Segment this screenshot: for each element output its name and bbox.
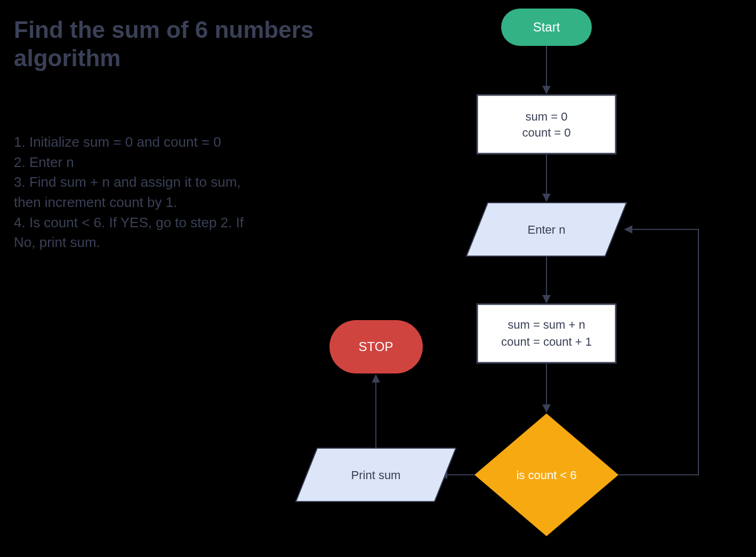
node-start-label: Start (533, 20, 560, 34)
node-update-line1: sum = sum + n (508, 318, 585, 331)
node-stop: STOP (329, 320, 423, 373)
svg-rect-3 (477, 304, 616, 363)
flowchart: Start sum = 0 count = 0 Enter n sum = su… (0, 0, 756, 557)
node-enter-label: Enter n (528, 223, 566, 236)
arrow-decision-yes-loop (618, 229, 698, 475)
node-start: Start (501, 9, 592, 46)
node-stop-label: STOP (359, 339, 393, 354)
node-print-label: Print sum (351, 468, 401, 482)
node-decision: is count < 6 (474, 413, 618, 536)
svg-rect-1 (477, 95, 616, 154)
node-init-line1: sum = 0 (526, 110, 568, 123)
node-decision-label: is count < 6 (516, 468, 576, 482)
node-update-line2: count = count + 1 (501, 335, 592, 348)
node-init: sum = 0 count = 0 (477, 95, 616, 154)
node-enter: Enter n (467, 203, 626, 256)
node-init-line2: count = 0 (522, 126, 570, 139)
node-update: sum = sum + n count = count + 1 (477, 304, 616, 363)
node-print: Print sum (296, 448, 456, 502)
